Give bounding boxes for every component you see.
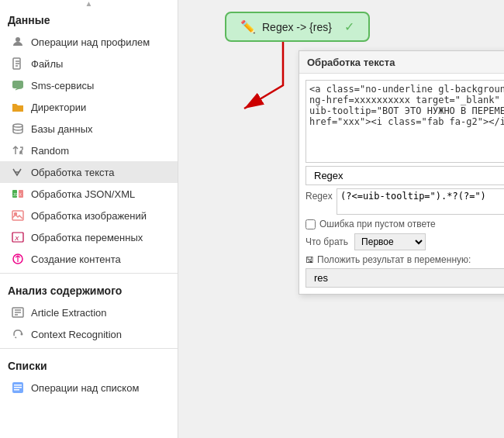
- method-dropdown[interactable]: Regex XPath CSS: [306, 166, 504, 185]
- svg-rect-2: [12, 81, 23, 88]
- dialog: Обработка текста ? × <a class="no-underl…: [299, 50, 504, 295]
- sidebar-item-files[interactable]: Файлы: [0, 53, 178, 74]
- regex-row: Regex ▲ ▼: [306, 188, 504, 215]
- svg-rect-20: [14, 385, 22, 386]
- db-icon: [11, 122, 25, 136]
- person-icon: [11, 35, 25, 49]
- svg-point-3: [13, 124, 22, 127]
- svg-text:X: X: [14, 235, 19, 242]
- variable-dropdown-row: res: [306, 267, 504, 288]
- content-icon: [11, 252, 25, 266]
- sidebar-item-label: Обработка текста: [31, 167, 115, 178]
- variable-label-row: 🖫 Положить результат в переменную:: [306, 254, 504, 265]
- sidebar-item-directories[interactable]: Директории: [0, 96, 178, 118]
- sidebar-item-label: Context Recognition: [31, 329, 122, 340]
- article-icon: [11, 305, 25, 319]
- svg-rect-22: [14, 389, 19, 391]
- take-label: Что брать: [306, 236, 348, 247]
- sidebar-item-text-processing[interactable]: Обработка текста: [0, 161, 178, 183]
- file-icon: [11, 57, 25, 71]
- sidebar-item-label: Базы данных: [31, 123, 93, 135]
- image-icon: [11, 209, 25, 222]
- sidebar-item-label: Операции над профилем: [31, 36, 150, 48]
- node-label: Regex -> {res}: [262, 21, 332, 33]
- sidebar-item-label: Файлы: [31, 58, 63, 70]
- svg-point-18: [21, 333, 23, 336]
- dialog-header: Обработка текста ? ×: [299, 51, 504, 74]
- random-icon: [11, 143, 25, 157]
- sidebar-item-context-recognition[interactable]: Context Recognition: [0, 323, 178, 345]
- node-block[interactable]: ✏️ Regex -> {res} ✓: [225, 12, 370, 42]
- text-processing-icon: [11, 165, 25, 179]
- context-icon: [11, 327, 25, 341]
- svg-text:JS: JS: [13, 192, 19, 197]
- regex-label: Regex: [306, 188, 337, 202]
- var-icon: X: [11, 230, 25, 244]
- sidebar-item-label: Директории: [31, 102, 86, 113]
- sms-icon: [11, 78, 25, 92]
- dialog-title: Обработка текста: [307, 57, 395, 68]
- node-icon: ✏️: [240, 19, 256, 34]
- sidebar-item-json-xml[interactable]: JSX Обработка JSON/XML: [0, 183, 178, 205]
- sidebar-item-content[interactable]: Создание контента: [0, 248, 178, 270]
- take-field-row: Что брать Первое Все Последнее: [306, 233, 504, 250]
- sidebar-item-operations-profile[interactable]: Операции над профилем: [0, 31, 178, 53]
- node-checkmark-icon: ✓: [344, 19, 354, 34]
- variable-label: Положить результат в переменную:: [317, 254, 471, 265]
- sidebar-item-label: Операции над списком: [31, 382, 139, 394]
- save-icon: 🖫: [306, 255, 314, 264]
- dialog-body: <a class="no-underline gl-background" ng…: [299, 80, 504, 288]
- error-checkbox-label[interactable]: Ошибка при пустом ответе: [319, 219, 436, 229]
- sidebar-item-random[interactable]: Random: [0, 140, 178, 161]
- sidebar: ▲ Данные Операции над профилем Файлы Sms…: [0, 0, 178, 438]
- sidebar-item-sms[interactable]: Sms-сервисы: [0, 74, 178, 96]
- svg-rect-21: [14, 387, 22, 388]
- sidebar-item-variables[interactable]: X Обработка переменных: [0, 226, 178, 248]
- sidebar-item-label: Создание контента: [31, 253, 121, 265]
- sidebar-item-label: Обработка переменных: [31, 232, 143, 243]
- regex-input[interactable]: [337, 189, 504, 214]
- sidebar-item-label: Article Extraction: [31, 307, 107, 319]
- sidebar-item-label: Random: [31, 145, 69, 157]
- sidebar-section-data: Данные: [0, 6, 178, 31]
- method-dropdown-row: Regex XPath CSS ▼: [306, 166, 504, 185]
- main-content: ✏️ Regex -> {res} ✓ Обработка текста ? ×…: [178, 0, 504, 438]
- sidebar-item-databases[interactable]: Базы данных: [0, 118, 178, 140]
- sidebar-item-article-extraction[interactable]: Article Extraction: [0, 302, 178, 323]
- sidebar-section-lists: Списки: [0, 352, 178, 377]
- folder-icon: [11, 100, 25, 114]
- sidebar-item-label: Sms-сервисы: [31, 80, 94, 91]
- error-checkbox[interactable]: [306, 219, 316, 229]
- sidebar-section-analysis: Анализ содержимого: [0, 277, 178, 302]
- svg-point-0: [16, 37, 20, 42]
- sidebar-item-list-operations[interactable]: Операции над списком: [0, 377, 178, 398]
- text-input-area[interactable]: <a class="no-underline gl-background" ng…: [306, 81, 504, 162]
- sidebar-item-label: Обработка изображений: [31, 210, 147, 222]
- error-checkbox-row: Ошибка при пустом ответе: [306, 219, 504, 229]
- sidebar-item-label: Обработка JSON/XML: [31, 188, 135, 200]
- json-icon: JSX: [11, 187, 25, 201]
- sidebar-item-images[interactable]: Обработка изображений: [0, 205, 178, 226]
- variable-dropdown[interactable]: res: [306, 268, 504, 288]
- take-dropdown[interactable]: Первое Все Последнее: [354, 233, 426, 250]
- list-icon: [11, 381, 25, 395]
